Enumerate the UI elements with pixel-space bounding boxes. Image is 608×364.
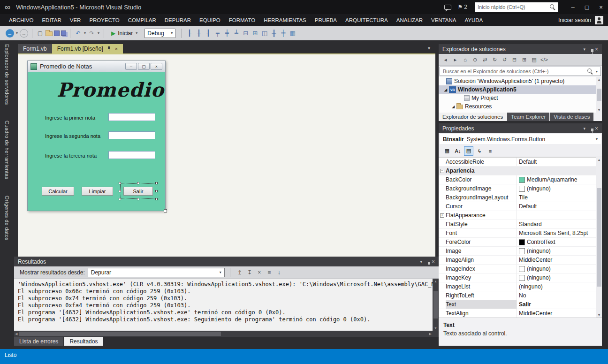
property-row[interactable]: BackgroundImage (ninguno) [439,184,596,193]
scroll-left-icon[interactable]: ◀ [15,332,17,336]
menu-item[interactable]: ARQUITECTURA [341,14,392,26]
output-header[interactable]: Resultados ▾ × [14,257,439,266]
left-tool-tab[interactable]: Explorador de servidores [4,44,10,105]
solution-configuration-select[interactable]: Debug ▾ [144,29,175,38]
start-debugging-button[interactable]: ▶ Iniciar ▾ [111,30,138,37]
menu-item[interactable]: COMPILAR [124,14,160,26]
property-row[interactable]: Text Salir [439,300,596,309]
property-row[interactable]: ImageAlign MiddleCenter [439,256,596,265]
new-file-icon[interactable]: ▢ [36,29,44,38]
navigate-back-dropdown-icon[interactable]: ▾ [16,31,18,35]
properties-view-icon[interactable]: ▤ [464,146,473,156]
menu-item[interactable]: HERRAMIENTAS [259,14,311,26]
output-log[interactable]: 'WindowsApplication5.vshost.exe' (CLR v4… [14,279,433,331]
tree-item[interactable]: ◢ Resources [439,102,596,111]
previous-message-icon[interactable]: ↥ [236,268,244,277]
property-value-cell[interactable]: (ninguno) [517,282,596,291]
sign-in[interactable]: Iniciar sesión [558,16,603,24]
forward-icon[interactable]: ▸ [451,55,459,64]
undo-dropdown-icon[interactable]: ▾ [84,31,86,35]
property-row[interactable]: FlatStyle Standard [439,220,596,229]
property-row[interactable]: RightToLeft No [439,291,596,300]
redo-icon[interactable]: ↷ [88,29,96,38]
property-value-cell[interactable]: (ninguno) [517,273,596,282]
scrollbar-thumb[interactable] [433,291,438,318]
redo-dropdown-icon[interactable]: ▾ [98,31,99,35]
form-button[interactable]: Limpiar [82,187,113,196]
filter-icon[interactable]: ⇄ [481,55,489,64]
next-message-icon[interactable]: ↧ [245,268,254,277]
property-value-cell[interactable]: ControlText [517,238,596,246]
categorized-icon[interactable]: ▦ [442,146,452,156]
menu-item[interactable]: AYUDA [460,14,487,26]
chevron-down-icon[interactable]: ▾ [596,69,598,74]
save-all-icon[interactable] [61,30,66,36]
collapse-all-icon[interactable]: ⊟ [510,55,518,64]
scroll-down-icon[interactable]: ▼ [434,326,437,330]
autoscroll-icon[interactable]: ↓ [275,268,283,277]
property-pages-icon[interactable]: ≡ [486,146,495,156]
bottom-tool-tab[interactable]: Lista de errores [14,337,63,346]
solution-tree-scrollbar[interactable]: ▲ ▼ [596,77,602,113]
word-wrap-icon[interactable]: ≡ [265,268,274,277]
tool-window-tab[interactable]: Vista de clases [550,113,593,121]
undo-icon[interactable]: ↶ [74,29,82,38]
document-list-chevron-icon[interactable]: ▾ [428,46,430,51]
properties-icon[interactable]: ▤ [530,55,538,64]
solution-search-input[interactable]: Buscar en el Explorador de soluciones (C… [440,67,601,76]
property-grid-scrollbar[interactable]: ▲ ▼ [596,157,602,318]
menu-item[interactable]: EQUIPO [195,14,225,26]
sync-icon[interactable]: ↻ [491,55,499,64]
designed-form[interactable]: Promedio de Notas – ▢ × Promedio Ingrese… [27,61,166,211]
left-tool-tab[interactable]: Orígenes de datos [4,196,10,241]
alphabetical-icon[interactable]: A↓ [453,146,463,156]
form-heading-label[interactable]: Promedio [57,79,164,101]
property-row[interactable]: TextAlign MiddleCenter [439,309,596,318]
menu-item[interactable]: VENTANA [427,14,460,26]
property-grid[interactable]: AccessibleRole Default − Apariencia [439,157,596,318]
form-body[interactable]: Promedio Ingrese la primer nota Ingrese … [28,72,165,211]
tree-item[interactable]: My Project [439,94,596,102]
feedback-icon[interactable] [444,5,451,10]
property-row[interactable]: BackColor MediumAquamarine [439,175,596,184]
property-value-cell[interactable]: MiddleCenter [517,309,596,318]
menu-item[interactable]: FORMATO [225,14,259,26]
form-field-label[interactable]: Ingrese la tercera nota [45,153,97,159]
property-row[interactable]: ImageList (ninguno) [439,282,596,291]
save-icon[interactable] [54,30,60,36]
output-horizontal-scrollbar[interactable]: ◀ ▶ [14,331,433,337]
property-value-cell[interactable]: Salir [517,300,596,309]
menu-item[interactable]: ANALIZAR [392,14,427,26]
object-selector[interactable]: Btnsalir System.Windows.Forms.Button ▾ [440,134,601,144]
property-row[interactable]: − Apariencia [439,167,596,175]
show-all-files-icon[interactable]: ⊞ [520,55,528,64]
close-icon[interactable]: × [432,258,435,265]
property-value-cell[interactable]: Standard [517,220,596,228]
property-value-cell[interactable]: No [517,291,596,300]
solution-tree[interactable]: Solución 'WindowsApplication5' (1 proyec… [439,77,596,113]
scope-icon[interactable]: ⊙ [471,55,479,64]
scroll-down-icon[interactable]: ▼ [598,313,601,317]
window-position-chevron-icon[interactable]: ▾ [420,259,422,264]
scroll-up-icon[interactable]: ▲ [598,78,601,81]
menu-item[interactable]: PRUEBA [311,14,341,26]
back-icon[interactable]: ◂ [441,55,449,64]
scrollbar-thumb[interactable] [597,89,601,101]
form-textbox[interactable] [108,151,155,159]
form-minimize-icon[interactable]: – [125,63,137,70]
menu-item[interactable]: ARCHIVO [5,14,38,26]
property-row[interactable]: ImageIndex (ninguno) [439,265,596,273]
property-value-cell[interactable] [517,167,596,175]
minimize-button[interactable]: – [566,0,580,14]
property-row[interactable]: AccessibleRole Default [439,158,596,167]
document-tab[interactable]: Form1.vb × [18,44,52,53]
clear-all-icon[interactable]: × [255,268,264,277]
scroll-up-icon[interactable]: ▲ [598,158,601,161]
form-textbox[interactable] [108,113,155,121]
home-icon[interactable]: ⌂ [461,55,469,64]
tool-window-tab[interactable]: Team Explorer [507,113,549,121]
scroll-up-icon[interactable]: ▲ [434,280,437,283]
close-button[interactable]: × [594,0,608,14]
form-textbox[interactable] [108,131,155,139]
property-row[interactable]: ImageKey (ninguno) [439,273,596,282]
